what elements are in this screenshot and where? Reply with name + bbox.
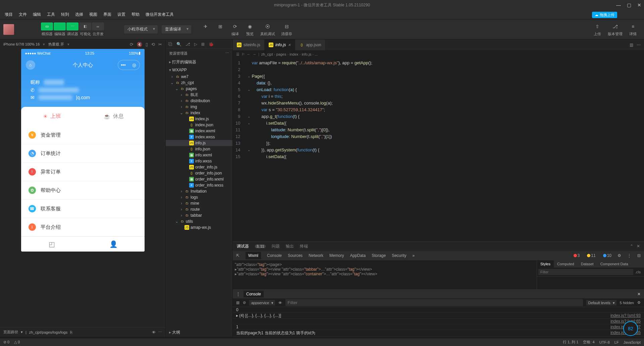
folder-node[interactable]: ›🗀route — [166, 206, 232, 212]
console-output[interactable]: 0▸ (4) [{…}, {…}, {…}, {…}]index.js? [sm… — [233, 307, 644, 337]
tab-console[interactable]: Console — [267, 253, 282, 258]
minimize-icon[interactable]: — — [616, 2, 621, 8]
hidden-count[interactable]: 5 hidden — [620, 301, 634, 305]
folder-node[interactable]: ›🗀distribution — [166, 98, 232, 104]
files-icon[interactable]: ⿻ — [168, 42, 172, 47]
folder-node[interactable]: ⌄🗀index — [166, 110, 232, 116]
tab-styles[interactable]: Styles — [537, 260, 554, 268]
editor-tab[interactable]: JSsiteinfo.js — [233, 40, 265, 50]
tb-icon[interactable]: ⊞ — [216, 22, 225, 30]
tab-sources[interactable]: Sources — [288, 253, 303, 258]
chevron-up-icon[interactable]: ⌃ — [630, 244, 633, 249]
tb-版本管理[interactable]: ⎇ — [611, 22, 620, 30]
menu-帮助[interactable]: 帮助 — [129, 11, 142, 18]
status-errors[interactable]: ⊘ 0 — [3, 340, 9, 344]
file-node[interactable]: {}info.json — [166, 146, 232, 152]
page-path[interactable]: zh_cjpt/pages/logs/logs — [29, 330, 67, 334]
tab-network[interactable]: Network — [309, 253, 323, 258]
console-filter-input[interactable] — [285, 299, 583, 306]
close-icon[interactable]: ✕ — [637, 244, 640, 249]
maximize-icon[interactable]: ▢ — [627, 2, 631, 8]
more-icon[interactable]: ⋮ — [627, 253, 631, 258]
folder-node[interactable]: ›🗀Invitation — [166, 188, 232, 194]
menu-capsule-icon[interactable]: ••• — [118, 60, 129, 70]
tb-详情[interactable]: ≡ — [629, 22, 637, 30]
styles-filter-input[interactable] — [538, 269, 633, 275]
context-select[interactable]: appservice — [249, 300, 275, 305]
tabbar-user-icon[interactable]: 👤 — [83, 240, 145, 248]
ext-icon[interactable]: ⊞ — [201, 42, 205, 47]
mode-btn[interactable]: ◧ — [79, 22, 91, 30]
more-icon[interactable]: ⋯ — [225, 51, 229, 56]
inspect-icon[interactable]: ⇱ — [236, 253, 239, 258]
menu-文件[interactable]: 文件 — [16, 11, 30, 18]
lang-mode[interactable]: JavaScript — [624, 340, 641, 344]
close-icon[interactable]: ✕ — [637, 292, 641, 296]
error-count[interactable]: 3 — [574, 253, 580, 258]
wxml-tree[interactable]: "attr">class="tag"><page>▸"attr">class="… — [233, 260, 537, 289]
warning-count[interactable]: 11 — [587, 253, 595, 258]
more-icon[interactable]: ⋯ — [637, 43, 641, 47]
menu-item[interactable]: ✿帮助中心 — [21, 181, 145, 200]
hotreload-toggle[interactable]: 热重载 开 — [48, 42, 64, 47]
folder-node[interactable]: ⌄🗀zh_cjpt — [166, 80, 232, 86]
tab-terminal[interactable]: 终端 — [300, 244, 308, 249]
refresh-icon[interactable]: ⟳ — [130, 42, 133, 47]
tb-icon[interactable]: ✈ — [201, 22, 210, 30]
tab-dataset[interactable]: Dataset — [578, 260, 597, 268]
menu-视图[interactable]: 视图 — [87, 11, 100, 18]
file-node[interactable]: ▦info.wxml — [166, 152, 232, 158]
tab-storage[interactable]: Storage — [372, 253, 386, 258]
device-select[interactable]: iPhone 6/7/8 100% 16 — [3, 42, 40, 46]
levels-select[interactable]: Default levels — [586, 300, 616, 305]
tb-预览[interactable]: ◉ — [246, 22, 254, 30]
file-node[interactable]: {}order_info.json — [166, 170, 232, 176]
target-capsule-icon[interactable]: ◎ — [129, 60, 140, 70]
more-icon[interactable]: ⋯ — [158, 330, 162, 334]
menu-item[interactable]: ￥资金管理 — [21, 126, 145, 144]
home-icon[interactable]: ⌂ — [26, 60, 35, 70]
folder-node[interactable]: ⌄🗀pages — [166, 86, 232, 92]
gear-icon[interactable]: ⚙ — [618, 253, 621, 258]
bug-icon[interactable]: 🐞 — [209, 42, 214, 47]
branch-icon[interactable]: ⎇ — [185, 42, 190, 47]
status-warnings[interactable]: △ 0 — [14, 340, 20, 344]
file-node[interactable]: JSamap-wx.js — [166, 224, 232, 230]
device-icon[interactable]: ▯ — [146, 42, 148, 47]
breadcrumb[interactable]: ☰ ⚐ ← → | zh_cjpt › pages › index › info… — [233, 50, 644, 58]
file-node[interactable]: JSindex.js — [166, 116, 232, 122]
speed-indicator[interactable]: 82 — [623, 321, 638, 336]
bookmark-icon[interactable]: ⚐ — [241, 52, 245, 57]
folder-node[interactable]: ›🗀BLE — [166, 92, 232, 98]
exp-section[interactable]: WXAPP — [166, 66, 232, 74]
file-node[interactable]: ▦order_info.wxml — [166, 176, 232, 182]
tab-memory[interactable]: Memory — [329, 253, 344, 258]
info-count[interactable]: 10 — [603, 253, 611, 258]
folder-node[interactable]: ›🗀we7 — [166, 74, 232, 80]
rotate-icon[interactable]: ⟲ — [151, 42, 155, 47]
tab-computed[interactable]: Computed — [554, 260, 578, 268]
file-node[interactable]: #index.wxss — [166, 134, 232, 140]
tab-compdata[interactable]: Component Data — [597, 260, 632, 268]
tab-debugger[interactable]: 调试器 — [237, 244, 249, 249]
more-tabs-icon[interactable]: » — [413, 253, 415, 258]
tabbar-home-icon[interactable]: ◰ — [21, 240, 83, 248]
live-icon[interactable]: 👁 — [278, 301, 282, 305]
folder-node[interactable]: ›🗀mine — [166, 200, 232, 206]
menu-item[interactable]: i平台介绍 — [21, 218, 145, 236]
folder-node[interactable]: ›🗀img — [166, 104, 232, 110]
back-icon[interactable]: ← — [247, 52, 251, 56]
mode-btn[interactable] — [54, 22, 66, 30]
tab-appdata[interactable]: AppData — [350, 253, 366, 258]
debug-icon[interactable]: ▷ — [194, 42, 197, 47]
fwd-icon[interactable]: → — [253, 52, 256, 56]
sidebar-toggle-icon[interactable]: ▥ — [236, 300, 239, 305]
tb-清缓存[interactable]: ⊟ — [282, 22, 291, 30]
menu-item[interactable]: !异常订单 — [21, 163, 145, 181]
project-mode-select[interactable]: 小程序模式 — [124, 25, 158, 33]
menu-编辑[interactable]: 编辑 — [30, 11, 44, 18]
editor-tab[interactable]: JSinfo.js✕ — [265, 40, 295, 50]
menu-item[interactable]: ◔订单统计 — [21, 144, 145, 163]
menu-微信开发者工具[interactable]: 微信开发者工具 — [143, 11, 176, 18]
menu-界面[interactable]: 界面 — [101, 11, 114, 18]
